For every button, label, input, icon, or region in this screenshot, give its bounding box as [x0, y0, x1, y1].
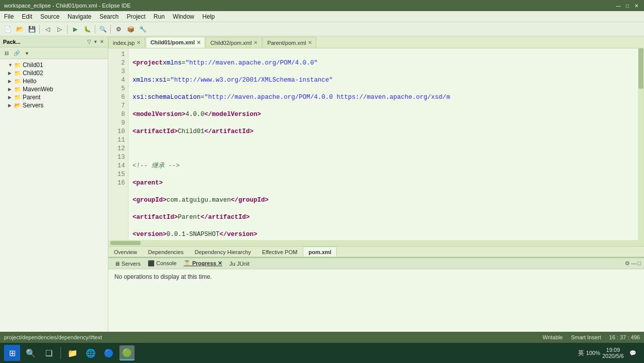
lower-panel: 🖥 Servers ⬛ Console ⏳ Progress ✕ Ju JUni… — [108, 257, 644, 332]
project-icon-child01: 📁 — [14, 62, 21, 69]
start-button[interactable]: ⊞ — [4, 345, 20, 361]
progress-minimize-btn[interactable]: — — [631, 260, 636, 267]
tab-close-index-jsp[interactable]: ✕ — [137, 40, 141, 45]
statusbar-smart-insert: Smart Insert — [571, 334, 601, 340]
sidebar-menu-btn[interactable]: ▾ — [93, 38, 98, 45]
taskbar-lang: 英 — [578, 349, 584, 357]
taskbar-files[interactable]: 📁 — [65, 345, 80, 360]
tree-item-child02[interactable]: ▶ 📁 Child02 — [0, 69, 108, 77]
upper-layout: Pack... ▽ ▾ ✕ ⊟ 🔗 ▾ ▼ 📁 Child01 ▶ 📁 Chil… — [0, 36, 644, 332]
code-line-10: <artifactId>Parent</artifactId> — [133, 213, 634, 222]
h-scrollbar-thumb[interactable] — [110, 241, 141, 245]
sidebar-close-btn[interactable]: ✕ — [99, 38, 105, 45]
sidebar-header-btns: ▽ ▾ ✕ — [86, 38, 105, 45]
tree-label-mavenweb: MavenWeb — [23, 86, 53, 93]
toolbar-btn-extra2[interactable]: 📦 — [125, 24, 136, 35]
code-line-5: <artifactId>Child01</artifactId> — [133, 128, 634, 136]
toolbar: 📄 📂 💾 ◁ ▷ ▶ 🐛 🔍 ⚙ 📦 🔧 — [0, 22, 644, 36]
menu-file[interactable]: File — [0, 12, 18, 21]
menu-project[interactable]: Project — [122, 12, 149, 21]
tab-junit[interactable]: Ju JUnit — [226, 260, 252, 267]
menu-window[interactable]: Window — [169, 12, 199, 21]
menu-edit[interactable]: Edit — [18, 12, 36, 21]
tab-close-child02-pom[interactable]: ✕ — [253, 40, 257, 45]
tab-close-child01-pom[interactable]: ✕ — [197, 40, 201, 45]
code-line-6 — [133, 145, 634, 153]
statusbar-writable: Writable — [543, 334, 563, 340]
tab-close-parent-pom[interactable]: ✕ — [308, 40, 312, 45]
bottom-tab-effective-pom[interactable]: Effective POM — [256, 247, 303, 257]
toolbar-btn-extra1[interactable]: ⚙ — [113, 24, 124, 35]
tab-label-index-jsp: index.jsp — [113, 40, 135, 46]
toolbar-btn-extra3[interactable]: 🔧 — [137, 24, 148, 35]
taskbar-eclipse[interactable]: 🔵 — [101, 345, 116, 360]
bottom-tab-dependencies[interactable]: Dependencies — [143, 247, 189, 257]
menu-source[interactable]: Source — [36, 12, 63, 21]
code-editor[interactable]: 12345 678910 1112131415 16 <project xmln… — [108, 48, 644, 240]
tab-parent-pom[interactable]: Parent/pom.xml ✕ — [263, 37, 316, 48]
h-scrollbar[interactable] — [108, 240, 644, 246]
tree-item-parent[interactable]: ▶ 📁 Parent — [0, 93, 108, 101]
sidebar-header: Pack... ▽ ▾ ✕ — [0, 36, 108, 47]
sidebar-link-editor[interactable]: 🔗 — [12, 48, 21, 57]
code-line-3: xsi:schemaLocation="http://maven.apache.… — [133, 93, 634, 102]
titlebar: workspace_eclipse - Child01/pom.xml - Ec… — [0, 0, 644, 11]
tree-item-servers[interactable]: ▶ 📂 Servers — [0, 101, 108, 109]
tree-label-child02: Child02 — [23, 70, 43, 77]
sidebar-view-menu[interactable]: ▾ — [22, 48, 31, 57]
bottom-tab-pom-xml[interactable]: pom.xml — [303, 247, 337, 257]
tab-bar: index.jsp ✕ Child01/pom.xml ✕ Child02/po… — [108, 36, 644, 48]
progress-maximize-btn[interactable]: □ — [637, 260, 641, 267]
menu-help[interactable]: Help — [199, 12, 219, 21]
run-button[interactable]: ▶ — [70, 24, 81, 35]
sidebar-collapse-btn[interactable]: ▽ — [86, 38, 92, 45]
tree-item-hello[interactable]: ▶ 📁 Hello — [0, 77, 108, 85]
close-button[interactable]: ✕ — [633, 2, 640, 9]
sidebar-collapse-all[interactable]: ⊟ — [2, 48, 11, 57]
debug-button[interactable]: 🐛 — [82, 24, 93, 35]
tab-child02-pom[interactable]: Child02/pom.xml ✕ — [206, 37, 262, 48]
taskbar-notification[interactable]: 💬 — [626, 346, 640, 360]
taskbar-taskview[interactable]: ❑ — [41, 345, 56, 360]
scrollbar-thumb[interactable] — [638, 48, 643, 89]
maximize-button[interactable]: □ — [624, 2, 631, 9]
tree-item-child01[interactable]: ▼ 📁 Child01 — [0, 61, 108, 69]
project-icon-parent: 📁 — [14, 94, 21, 101]
toolbar-sep-3 — [95, 25, 95, 34]
tab-index-jsp[interactable]: index.jsp ✕ — [108, 37, 145, 48]
statusbar: project/dependencies/dependency/#text Wr… — [0, 332, 644, 343]
tree-item-mavenweb[interactable]: ▶ 📁 MavenWeb — [0, 85, 108, 93]
bottom-tab-dep-hierarchy[interactable]: Dependency Hierarchy — [189, 247, 256, 257]
sidebar-tree: ▼ 📁 Child01 ▶ 📁 Child02 ▶ 📁 Hello ▶ 📁 Ma… — [0, 59, 108, 332]
editor-scrollbar[interactable] — [638, 48, 644, 240]
progress-content: No operations to display at this time. — [108, 269, 644, 284]
save-button[interactable]: 💾 — [26, 24, 37, 35]
progress-settings-btn[interactable]: ⚙ — [625, 260, 630, 267]
toolbar-sep-2 — [67, 25, 68, 34]
forward-button[interactable]: ▷ — [54, 24, 65, 35]
taskbar-edge[interactable]: 🌐 — [83, 345, 98, 360]
menu-navigate[interactable]: Navigate — [63, 12, 95, 21]
editor-area: index.jsp ✕ Child01/pom.xml ✕ Child02/po… — [108, 36, 644, 332]
bottom-tab-overview[interactable]: Overview — [108, 247, 143, 257]
tree-arrow-parent: ▶ — [8, 95, 13, 100]
tab-progress[interactable]: ⏳ Progress ✕ — [180, 260, 225, 267]
taskbar-search[interactable]: 🔍 — [23, 345, 38, 360]
open-button[interactable]: 📂 — [14, 24, 25, 35]
code-content[interactable]: <project xmlns="http://maven.apache.org/… — [128, 48, 638, 240]
code-line-9: <groupId>com.atguigu.maven</groupId> — [133, 196, 634, 205]
minimize-button[interactable]: — — [615, 2, 622, 9]
code-line-8: <parent> — [133, 179, 634, 188]
statusbar-path: project/dependencies/dependency/#text — [4, 334, 535, 340]
tab-child01-pom[interactable]: Child01/pom.xml ✕ — [146, 37, 205, 48]
new-button[interactable]: 📄 — [2, 24, 13, 35]
menu-search[interactable]: Search — [95, 12, 122, 21]
back-button[interactable]: ◁ — [42, 24, 53, 35]
toolbar-sep-1 — [39, 25, 40, 34]
taskbar-eclipse-active[interactable]: 🟢 — [119, 345, 135, 360]
menu-run[interactable]: Run — [150, 12, 169, 21]
tab-console[interactable]: ⬛ Console — [145, 260, 179, 267]
tab-servers[interactable]: 🖥 Servers — [111, 260, 144, 267]
tab-label-child02-pom: Child02/pom.xml — [210, 40, 251, 46]
search-button[interactable]: 🔍 — [97, 24, 108, 35]
